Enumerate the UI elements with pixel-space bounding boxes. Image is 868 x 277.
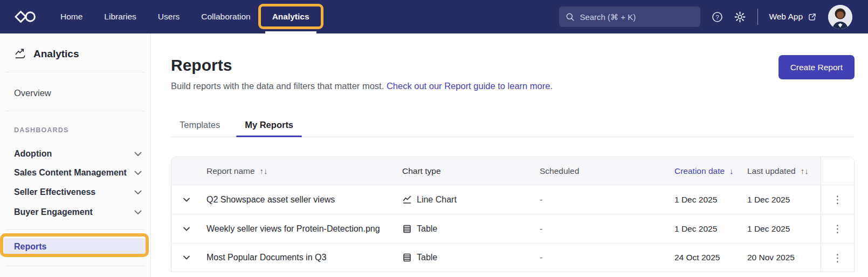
table-icon <box>402 253 412 262</box>
external-link-icon <box>808 12 817 22</box>
report-name-cell[interactable]: Q2 Showspace asset seller views <box>201 195 396 205</box>
nav-item-label: Collaboration <box>201 12 250 22</box>
tab-my-reports[interactable]: My Reports <box>236 113 302 137</box>
sidebar-item-label: Adoption <box>14 149 52 159</box>
nav-item-label: Libraries <box>104 12 136 22</box>
chevron-down-icon <box>134 152 142 157</box>
dashboards-section-label: DASHBOARDS <box>14 126 69 134</box>
table-row: Q2 Showspace asset seller views Line Cha… <box>171 185 854 214</box>
sidebar-divider <box>5 266 145 266</box>
actions-column-header <box>821 157 854 185</box>
primary-nav: Home Libraries Users Collaboration Analy… <box>50 0 320 33</box>
brand-logo[interactable] <box>15 9 38 24</box>
sidebar-title: Analytics <box>14 48 141 60</box>
sidebar-item-sales-content-management[interactable]: Sales Content Management <box>14 165 142 181</box>
create-report-button[interactable]: Create Report <box>779 55 855 79</box>
sidebar-item-overview[interactable]: Overview <box>14 85 141 100</box>
row-actions-button[interactable]: ⋮ <box>821 185 854 214</box>
table-icon <box>402 224 412 234</box>
column-header-chart-type: Chart type <box>396 166 531 176</box>
active-tab-underline <box>236 136 302 137</box>
report-guide-link[interactable]: Check out our Report guide to learn more… <box>387 81 553 91</box>
chart-type-cell: Table <box>396 253 531 262</box>
chevron-down-icon <box>183 226 190 232</box>
global-search[interactable] <box>559 6 700 27</box>
tab-label: My Reports <box>245 120 293 130</box>
expand-row-button[interactable] <box>171 226 201 232</box>
sidebar-item-seller-effectiveness[interactable]: Seller Effectiveness <box>14 184 142 200</box>
kebab-menu-icon: ⋮ <box>832 253 843 263</box>
expand-row-button[interactable] <box>171 255 201 260</box>
chevron-down-icon <box>183 255 190 260</box>
creation-date-cell: 24 Oct 2025 <box>668 253 741 262</box>
nav-item-label: Analytics <box>272 12 309 22</box>
sidebar-item-buyer-engagement[interactable]: Buyer Engagement <box>14 204 142 220</box>
column-header-scheduled: Scheduled <box>531 166 668 176</box>
help-icon: ? <box>712 11 723 23</box>
column-label: Report name <box>206 166 255 176</box>
sort-desc-icon[interactable]: ↓ <box>729 166 734 175</box>
chevron-down-icon <box>134 190 142 195</box>
last-updated-cell: 20 Nov 2025 <box>741 253 821 262</box>
chart-type-label: Table <box>417 224 437 234</box>
chart-type-label: Table <box>417 253 437 262</box>
help-button[interactable]: ? <box>712 11 723 23</box>
nav-item-libraries[interactable]: Libraries <box>93 0 147 33</box>
app-window: Home Libraries Users Collaboration Analy… <box>0 0 868 277</box>
sidebar-item-label: Sales Content Management <box>14 168 127 178</box>
web-app-link[interactable]: Web App <box>769 12 817 22</box>
top-navigation-bar: Home Libraries Users Collaboration Analy… <box>0 0 868 33</box>
column-header-last-updated[interactable]: Last updated ↑↓ <box>741 166 821 176</box>
sidebar-divider <box>5 229 145 230</box>
main-content: Reports Build reports with the data and … <box>151 33 868 277</box>
last-updated-cell: 1 Dec 2025 <box>741 224 821 234</box>
showpad-logo-icon <box>15 9 38 24</box>
user-avatar[interactable] <box>828 5 852 29</box>
page-title: Reports <box>171 56 232 75</box>
nav-item-home[interactable]: Home <box>50 0 93 33</box>
analytics-sidebar: Analytics Overview DASHBOARDS Adoption S… <box>0 33 151 277</box>
column-label: Scheduled <box>540 166 579 176</box>
analytics-chart-icon <box>14 48 26 60</box>
nav-item-users[interactable]: Users <box>147 0 190 33</box>
sidebar-divider <box>5 72 145 72</box>
last-updated-cell: 1 Dec 2025 <box>741 195 821 205</box>
sidebar-item-label: Reports <box>14 242 46 252</box>
web-app-label: Web App <box>769 12 803 22</box>
reports-tabs: Templates My Reports <box>171 113 855 137</box>
sidebar-item-label: Seller Effectiveness <box>14 187 95 197</box>
column-header-report-name[interactable]: Report name ↑↓ <box>201 166 396 176</box>
tab-templates[interactable]: Templates <box>171 113 229 137</box>
chart-type-cell: Line Chart <box>396 195 531 205</box>
row-actions-button[interactable]: ⋮ <box>821 214 854 243</box>
sort-both-icon[interactable]: ↑↓ <box>260 166 268 175</box>
row-actions-button[interactable]: ⋮ <box>821 244 854 272</box>
sidebar-item-label: Overview <box>14 88 51 98</box>
sidebar-divider <box>5 111 145 111</box>
description-text: Build reports with the data and filters … <box>171 81 384 91</box>
kebab-menu-icon: ⋮ <box>832 194 843 205</box>
svg-text:?: ? <box>716 13 719 20</box>
settings-button[interactable] <box>734 11 746 23</box>
search-icon <box>566 12 575 22</box>
page-description: Build reports with the data and filters … <box>171 81 553 91</box>
gear-icon <box>734 11 746 23</box>
sidebar-item-adoption[interactable]: Adoption <box>14 146 142 162</box>
nav-item-label: Users <box>158 12 180 22</box>
chevron-down-icon <box>134 210 142 215</box>
sidebar-item-label: Buyer Engagement <box>14 207 93 217</box>
column-header-creation-date[interactable]: Creation date ↓ <box>668 166 741 176</box>
report-name-cell[interactable]: Weekly seller views for Protein-Detectio… <box>201 224 396 234</box>
scheduled-cell: - <box>531 253 668 262</box>
sidebar-item-reports[interactable]: Reports <box>4 238 146 255</box>
chart-type-label: Line Chart <box>417 195 457 205</box>
table-row: Most Popular Documents in Q3 Table - 24 … <box>171 243 854 272</box>
kebab-menu-icon: ⋮ <box>832 224 843 234</box>
column-label: Last updated <box>747 166 796 176</box>
expand-row-button[interactable] <box>171 197 201 202</box>
report-name-cell[interactable]: Most Popular Documents in Q3 <box>201 253 396 262</box>
sort-both-icon[interactable]: ↑↓ <box>801 166 809 175</box>
search-input[interactable] <box>580 12 694 22</box>
nav-item-collaboration[interactable]: Collaboration <box>190 0 261 33</box>
nav-item-analytics[interactable]: Analytics <box>261 0 320 33</box>
